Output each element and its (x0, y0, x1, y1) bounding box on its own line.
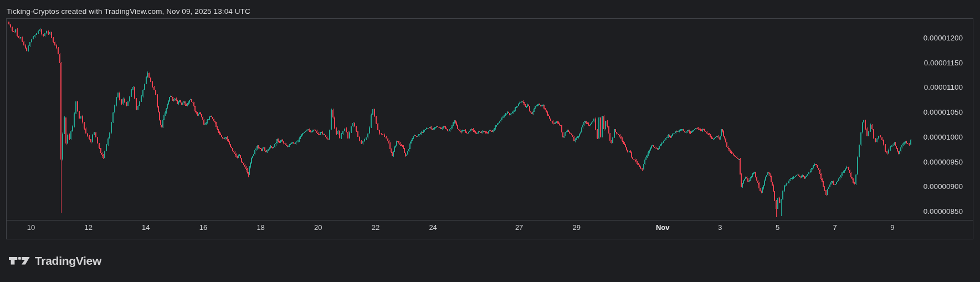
chart-title: Ticking-Cryptos created with TradingView… (7, 7, 250, 16)
tradingview-logo-text: TradingView (35, 254, 101, 268)
candlestick-chart-canvas[interactable] (0, 0, 980, 282)
tradingview-icon (9, 257, 30, 265)
tradingview-logo[interactable]: TradingView (9, 254, 101, 268)
tradingview-snapshot: Ticking-Cryptos created with TradingView… (0, 0, 980, 282)
